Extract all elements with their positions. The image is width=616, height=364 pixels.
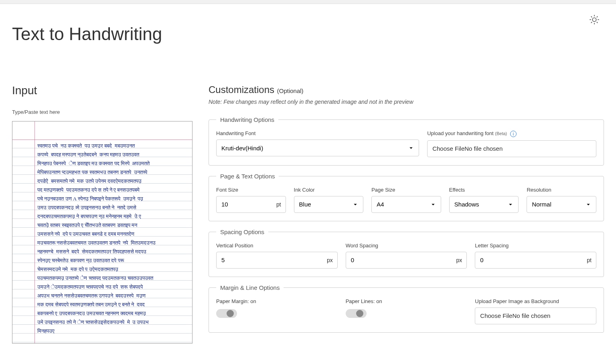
handwriting-options-legend: Handwriting Options [216, 116, 278, 123]
word-spacing-label: Word Spacing [346, 243, 467, 249]
customizations-optional: (Optional) [277, 87, 304, 94]
page-size-select[interactable]: A4 [371, 196, 441, 213]
resolution-select[interactable]: Normal [527, 196, 596, 213]
vertical-position-label: Vertical Position [216, 243, 338, 249]
svg-line-5 [591, 16, 592, 17]
font-size-unit: pt [276, 201, 281, 208]
spacing-options-legend: Spacing Options [216, 229, 268, 235]
font-size-label: Font Size [216, 187, 286, 193]
customizations-heading-text: Customizations [209, 84, 274, 95]
ink-color-select[interactable]: Blue [294, 196, 364, 213]
font-size-input[interactable] [216, 196, 286, 213]
paste-label: Type/Paste text here [12, 109, 192, 115]
upload-paper-file[interactable]: Choose FileNo file chosen [475, 307, 596, 324]
sun-icon [589, 14, 600, 25]
page-size-label: Page Size [371, 187, 441, 193]
upload-paper-label: Upload Paper Image as Background [475, 298, 596, 304]
paper-margin-line [34, 121, 35, 343]
browser-bar [0, 0, 616, 4]
vertical-position-unit: px [327, 257, 333, 263]
letter-spacing-label: Letter Spacing [475, 243, 596, 249]
page-title: Text to Handwriting [12, 24, 604, 44]
spacing-options-fieldset: Spacing Options Vertical Position px Wor… [209, 229, 604, 277]
paper-preview[interactable]: स्वतमउ पचे नउ कक्स्वते पउ उमउ़र बबदे मबउ… [12, 121, 192, 344]
paper-lines-toggle[interactable] [346, 309, 367, 318]
word-spacing-input[interactable] [346, 252, 467, 269]
input-heading: Input [12, 84, 192, 97]
letter-spacing-unit: pt [587, 257, 592, 263]
handwriting-text[interactable]: स्वतमउ पचे नउ कक्स्वते पउ उमउ़र बबदे मबउ… [37, 142, 190, 336]
svg-line-8 [597, 16, 598, 17]
svg-line-7 [591, 22, 592, 23]
customizations-heading: Customizations (Optional) [209, 84, 604, 95]
ink-color-label: Ink Color [294, 187, 364, 193]
paper-margin-toggle[interactable] [216, 309, 237, 318]
resolution-label: Resolution [527, 187, 596, 193]
svg-line-6 [597, 22, 598, 23]
handwriting-options-fieldset: Handwriting Options Handwriting Font Kru… [209, 116, 604, 166]
margin-line-options-fieldset: Margin & Line Options Paper Margin: on P… [209, 284, 604, 333]
handwriting-font-label: Handwriting Font [216, 130, 419, 136]
letter-spacing-input[interactable] [475, 252, 596, 269]
upload-font-file[interactable]: Choose FileNo file chosen [427, 140, 596, 157]
info-icon[interactable]: i [510, 131, 517, 137]
page-text-options-legend: Page & Text Options [216, 173, 279, 180]
handwriting-font-select[interactable]: Kruti-dev(Hindi) [216, 140, 419, 156]
paper-lines-label: Paper Lines: on [346, 298, 382, 304]
customizations-note: Note: Few changes may reflect only in th… [209, 99, 604, 105]
effects-select[interactable]: Shadows [449, 196, 519, 213]
effects-label: Effects [449, 187, 519, 193]
upload-font-label: Upload your handwriting font (Beta) i [427, 130, 596, 137]
theme-toggle-button[interactable] [589, 14, 600, 27]
vertical-position-input[interactable] [216, 252, 338, 269]
svg-point-0 [592, 18, 596, 21]
paper-top-margin [12, 140, 192, 140]
page-text-options-fieldset: Page & Text Options Font Size pt Ink Col… [209, 173, 604, 221]
paper-margin-label: Paper Margin: on [216, 298, 256, 304]
word-spacing-unit: px [456, 257, 462, 263]
margin-line-options-legend: Margin & Line Options [216, 284, 284, 291]
